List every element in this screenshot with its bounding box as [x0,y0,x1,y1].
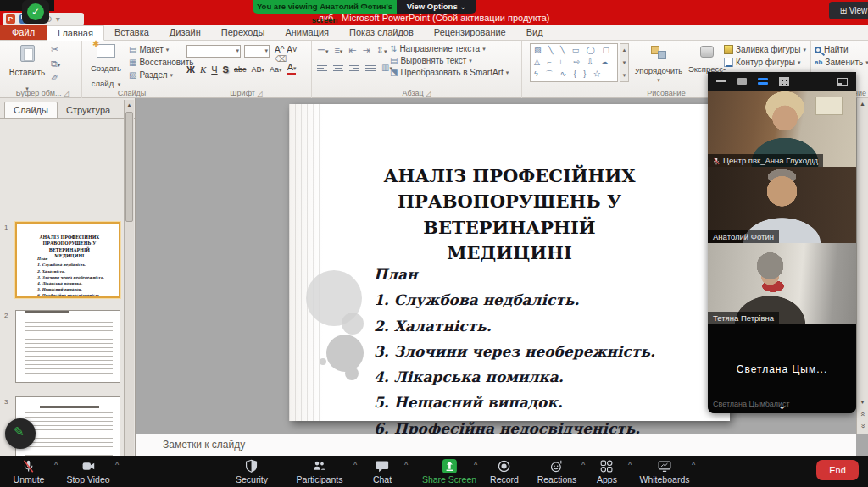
tab-animation[interactable]: Анимация [275,25,339,40]
change-case-button[interactable]: Аа▾ [270,65,282,74]
slide-plan-list[interactable]: План 1. Службова недбалість. 2. Халатніс… [374,262,655,441]
shapes-gallery[interactable]: ▨ ╲ ╲ ▭ ◯ ▢ △ ⌐ ∟ ⇨ ⇩ ☁ ϟ ⌒ ∿ { } ☆ [530,43,618,82]
speaker-view-icon[interactable] [737,78,747,85]
shape-fill-button[interactable]: Заливка фигуры▾ [724,45,806,54]
participant-tile-4-video-off[interactable]: Светлана Цым... Светлана Цымбалист ⌄ [708,324,856,413]
convert-smartart-button[interactable]: ⬔Преобразовать в SmartArt▾ [390,68,509,77]
scroll-up-icon[interactable]: ▲ [857,98,868,110]
slide-title[interactable]: АНАЛІЗ ПРОФЕСІЙНИХ ПРАВОПОРУШЕНЬ У ВЕТЕР… [370,163,649,267]
chat-options-chevron[interactable]: ^ [404,461,408,469]
strip-view-icon[interactable] [758,78,768,86]
end-meeting-button[interactable]: End [816,460,859,480]
chat-button[interactable]: Chat [373,459,392,484]
new-slide-button[interactable]: Создать слайд ▾ [85,44,127,90]
next-slide-button[interactable]: « [857,420,868,432]
tab-view[interactable]: Вид [516,25,554,40]
tab-insert[interactable]: Вставка [104,25,159,40]
font-size-combo[interactable]: ▾ [244,45,270,58]
italic-button[interactable]: К [200,64,206,75]
copy-icon[interactable]: ⧉▾ [51,58,60,69]
share-options-chevron[interactable]: ^ [474,461,477,469]
whiteboards-button[interactable]: Whiteboards [640,459,690,484]
decrease-indent-button[interactable]: ⇤ [348,45,356,56]
align-left-button[interactable] [317,64,327,72]
reactions-options-chevron[interactable]: ^ [581,461,585,469]
slide-canvas[interactable]: АНАЛІЗ ПРОФЕСІЙНИХ ПРАВОПОРУШЕНЬ У ВЕТЕР… [289,104,730,421]
share-screen-button[interactable]: Share Screen [422,459,476,484]
stop-video-button[interactable]: Stop Video [66,459,109,484]
tab-slideshow[interactable]: Показ слайдов [339,25,424,40]
text-direction-button[interactable]: ⇅Направление текста▾ [390,44,509,53]
tab-review[interactable]: Рецензирование [424,25,516,40]
zoom-shared-screen: лкб - Microsoft PowerPoint (Сбой активац… [0,0,868,487]
tab-outline[interactable]: Структура [58,102,119,118]
tab-slides-thumbnails[interactable]: Слайды [4,102,58,118]
notes-area[interactable]: Заметки к слайду [136,434,856,456]
security-button[interactable]: Security [236,459,268,484]
underline-button[interactable]: Ч [211,64,217,75]
previous-slide-button[interactable]: « [857,408,868,420]
participant-tile-1[interactable]: Центр пвк_Анна Глуходід [708,91,856,167]
panel-scrollbar[interactable]: ▲ [124,100,134,456]
font-group-label[interactable]: Шрифт ◿ [181,89,311,97]
tab-design[interactable]: Дизайн [159,25,211,40]
participant-tile-2-active-speaker[interactable]: Анатолий Фотин [708,167,856,243]
slide-thumbnail-2[interactable]: 2 [0,310,124,385]
scroll-down-icon[interactable]: ▼ [857,396,868,408]
justify-button[interactable] [365,64,376,72]
unmute-options-chevron[interactable]: ^ [54,461,58,469]
font-color-button[interactable]: А▾ [287,63,297,75]
minimize-videos-icon[interactable] [716,80,726,82]
popout-panel-icon[interactable] [837,78,848,86]
arrange-button[interactable]: Упорядочить ▾ [634,46,683,84]
reactions-button[interactable]: Reactions [537,459,577,484]
character-spacing-button[interactable]: АВ▾ [251,65,264,74]
view-button[interactable]: ⊞ View [829,2,868,19]
chevron-down-icon[interactable]: ⌄ [778,401,786,412]
view-options-button[interactable]: View Options ⌄ [397,0,476,14]
grow-font-button[interactable]: А^ [275,45,284,54]
tab-transitions[interactable]: Переходы [211,25,275,40]
quick-styles-button[interactable]: Экспресс-стили [688,46,726,75]
paste-button[interactable]: Вставить ▾ [8,45,46,94]
bullets-button[interactable]: ☰▾ [317,45,328,56]
shapes-scroll[interactable]: ▲▼▼ [620,43,629,82]
font-name-combo[interactable]: ▾ [186,45,241,58]
bold-button[interactable]: Ж [186,64,195,75]
plan-item: 3. Злочини через необережність. [374,339,655,364]
scroll-up-icon[interactable]: ▲ [125,100,134,110]
paragraph-group-label[interactable]: Абзац ◿ [312,89,521,97]
document-scrollbar[interactable]: ▲ ▼ « « [856,98,868,434]
scrollbar-thumb[interactable] [125,112,133,222]
shrink-font-button[interactable]: А˅ [287,45,298,54]
shape-outline-button[interactable]: Контур фигуры▾ [724,58,806,67]
unmute-button[interactable]: Unmute [14,459,45,484]
align-text-button[interactable]: ▤Выровнять текст▾ [390,56,509,65]
participants-button[interactable]: Participants [297,459,343,484]
tab-file[interactable]: Файл [0,25,47,40]
stop-video-options-chevron[interactable]: ^ [115,461,119,469]
participants-options-chevron[interactable]: ^ [353,461,357,469]
participant-tile-3[interactable]: Тетяна Петрівна [708,243,856,324]
whiteboards-options-chevron[interactable]: ^ [692,461,695,469]
green-check-icon: ✓ [27,3,44,20]
gallery-view-icon[interactable] [779,77,789,86]
apps-options-chevron[interactable]: ^ [628,461,632,469]
increase-indent-button[interactable]: ⇥ [363,45,370,56]
cut-icon[interactable]: ✂ [51,44,60,55]
align-center-button[interactable] [333,64,343,72]
line-spacing-button[interactable]: ⇕▾ [376,45,387,56]
replace-button[interactable]: abЗаменить▾ [815,58,868,67]
record-button[interactable]: Record [490,459,519,484]
slide-thumbnail-1[interactable]: 1 АНАЛІЗ ПРОФЕСІЙНИХ ПРАВОПОРУШЕНЬ У ВЕТ… [0,222,124,300]
numbering-button[interactable]: ≡▾ [334,45,342,56]
align-right-button[interactable] [349,64,359,72]
find-button[interactable]: Найти [815,45,868,54]
clipboard-group-label[interactable]: Буфер обм... ◿ [3,89,81,97]
apps-button[interactable]: Apps [597,459,617,484]
qat-dropdown-icon[interactable]: ▾ [56,14,60,24]
format-painter-icon[interactable]: ✐ [51,73,60,84]
text-shadow-button[interactable]: S [223,64,229,75]
annotation-pencil-button[interactable]: ✎ [5,418,36,449]
strikethrough-button[interactable]: abc [234,65,247,74]
